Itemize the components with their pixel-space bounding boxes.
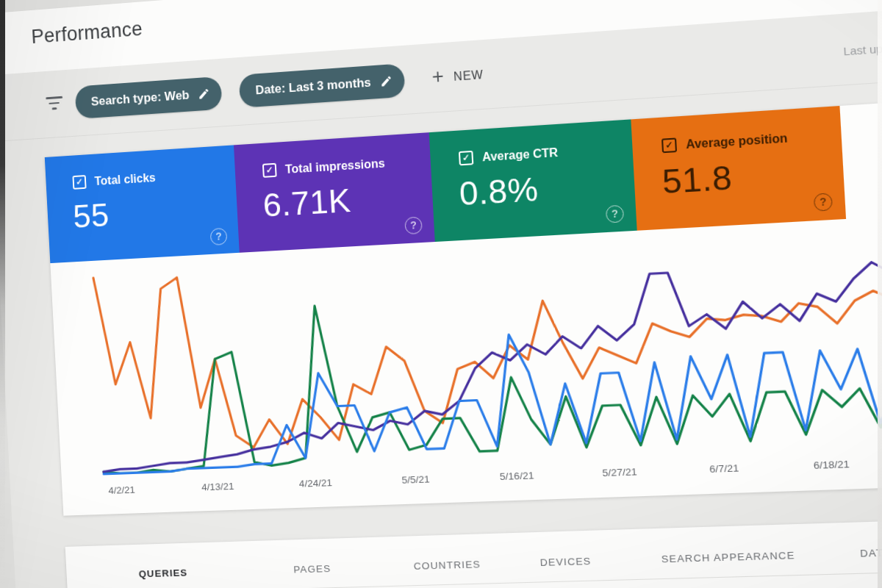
help-icon[interactable]: ? [404,217,423,235]
new-filter-button[interactable]: + NEW [426,57,489,95]
performance-chart-svg [93,226,882,478]
search-type-filter-chip[interactable]: Search type: Web [75,76,223,119]
checkbox-checked-icon[interactable]: ✓ [262,163,277,178]
total-impressions-tile[interactable]: ✓ Total impressions 6.71K ? [234,132,435,253]
x-axis-tick: 5/16/21 [500,470,534,482]
checkbox-checked-icon[interactable]: ✓ [72,175,86,190]
performance-line-chart[interactable] [93,226,882,478]
average-ctr-tile[interactable]: ✓ Average CTR 0.8% ? [429,119,637,242]
help-icon[interactable]: ? [606,205,624,223]
x-axis-tick: 5/27/21 [602,466,637,478]
pencil-icon [379,74,392,87]
x-axis-tick: 4/13/21 [201,481,234,493]
search-console-performance-page: Performance Search type: Web Date: Last … [0,0,882,588]
search-type-chip-label: Search type: Web [90,88,190,109]
pencil-icon [198,87,211,101]
x-axis-tick: 4/24/21 [299,477,333,490]
dimension-tabs: QUERIES PAGES COUNTRIES DEVICES SEARCH A… [65,519,882,588]
plus-icon: + [431,66,445,87]
x-axis-tick: 6/18/21 [813,459,850,471]
x-axis-tick: 6/7/21 [709,462,739,475]
help-icon[interactable]: ? [814,193,833,211]
tab-pages[interactable]: PAGES [289,562,336,576]
date-filter-chip[interactable]: Date: Last 3 months [239,63,406,108]
tab-search-appearance[interactable]: SEARCH APPEARANCE [656,548,800,565]
average-position-tile[interactable]: ✓ Average position 51.8 ? [631,106,846,231]
tab-dates[interactable]: DATES [855,545,882,560]
date-chip-label: Date: Last 3 months [255,75,371,97]
page-title: Performance [31,18,143,49]
checkbox-checked-icon[interactable]: ✓ [662,137,677,153]
x-axis-tick: 4/2/21 [108,484,135,496]
help-icon[interactable]: ? [210,228,228,245]
new-filter-label: NEW [453,68,484,83]
tab-queries[interactable]: QUERIES [135,566,193,580]
tab-devices[interactable]: DEVICES [535,554,596,569]
x-axis-tick: 5/5/21 [401,473,430,486]
total-clicks-tile[interactable]: ✓ Total clicks 55 ? [45,145,240,263]
filter-list-icon[interactable] [41,90,66,117]
performance-chart-card: ✓ Total clicks 55 ? ✓ Total impressions … [45,99,882,515]
tab-countries[interactable]: COUNTRIES [409,558,485,573]
dimension-table-card: QUERIES PAGES COUNTRIES DEVICES SEARCH A… [65,519,882,588]
last-updated-text: Last updated: 5 hour [843,37,882,57]
checkbox-checked-icon[interactable]: ✓ [459,151,473,166]
